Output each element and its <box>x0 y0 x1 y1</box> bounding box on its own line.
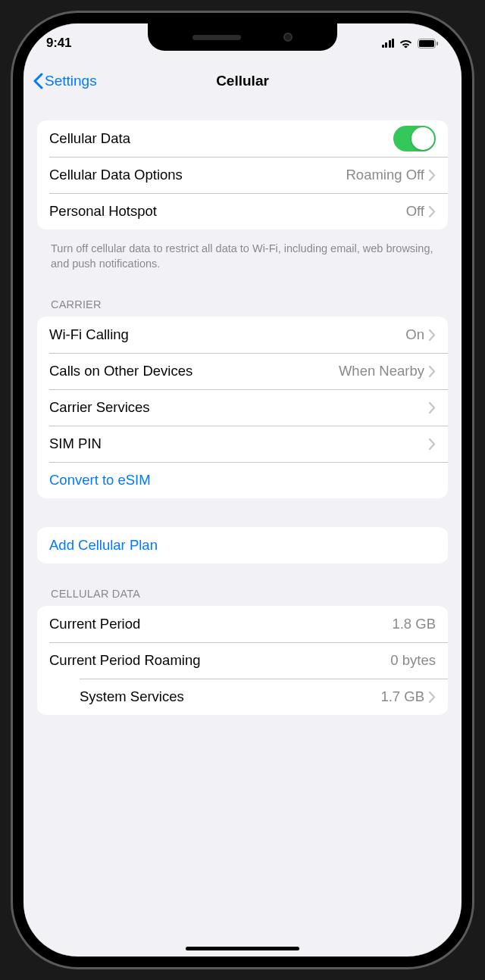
chevron-right-icon <box>429 329 436 341</box>
group-cellular: Cellular Data Cellular Data Options Roam… <box>37 120 448 229</box>
other-devices-label: Calls on Other Devices <box>49 363 339 379</box>
row-sim-pin[interactable]: SIM PIN <box>37 426 448 462</box>
row-cellular-data[interactable]: Cellular Data <box>37 120 448 157</box>
add-plan-label: Add Cellular Plan <box>49 537 436 554</box>
current-period-value: 1.8 GB <box>392 616 436 632</box>
options-label: Cellular Data Options <box>49 167 346 183</box>
roaming-value: 0 bytes <box>390 652 436 669</box>
device-frame: 9:41 Settings Cellular Cellular D <box>13 13 472 967</box>
row-system-services[interactable]: System Services 1.7 GB <box>37 679 448 715</box>
carrier-header: CARRIER <box>37 288 448 317</box>
roaming-label: Current Period Roaming <box>49 652 390 669</box>
hotspot-label: Personal Hotspot <box>49 203 406 220</box>
wifi-icon <box>399 38 413 48</box>
chevron-right-icon <box>429 439 436 450</box>
system-services-label: System Services <box>80 688 380 705</box>
chevron-right-icon <box>429 691 436 703</box>
group-usage: Current Period 1.8 GB Current Period Roa… <box>37 606 448 715</box>
page-title: Cellular <box>216 73 269 89</box>
sim-pin-label: SIM PIN <box>49 435 429 452</box>
carrier-services-label: Carrier Services <box>49 399 429 416</box>
chevron-right-icon <box>429 366 436 377</box>
group-carrier: Wi-Fi Calling On Calls on Other Devices … <box>37 317 448 498</box>
row-personal-hotspot[interactable]: Personal Hotspot Off <box>37 193 448 229</box>
system-services-value: 1.7 GB <box>380 688 424 705</box>
group-add-plan: Add Cellular Plan <box>37 527 448 563</box>
cellular-footer: Turn off cellular data to restrict all d… <box>37 236 448 288</box>
row-wifi-calling[interactable]: Wi-Fi Calling On <box>37 317 448 353</box>
notch <box>148 23 337 51</box>
cellular-data-toggle[interactable] <box>393 126 436 151</box>
row-carrier-services[interactable]: Carrier Services <box>37 389 448 426</box>
chevron-right-icon <box>429 170 436 181</box>
other-devices-detail: When Nearby <box>339 363 424 379</box>
screen: 9:41 Settings Cellular Cellular D <box>23 23 462 957</box>
row-add-cellular-plan[interactable]: Add Cellular Plan <box>37 527 448 563</box>
svg-rect-1 <box>419 40 434 47</box>
row-cellular-data-options[interactable]: Cellular Data Options Roaming Off <box>37 157 448 193</box>
home-indicator[interactable] <box>186 947 299 950</box>
back-label: Settings <box>45 73 97 89</box>
status-time: 9:41 <box>46 36 71 51</box>
svg-rect-2 <box>436 42 438 45</box>
convert-esim-label: Convert to eSIM <box>49 472 436 488</box>
row-calls-other-devices[interactable]: Calls on Other Devices When Nearby <box>37 353 448 389</box>
row-current-period: Current Period 1.8 GB <box>37 606 448 642</box>
row-convert-esim[interactable]: Convert to eSIM <box>37 462 448 498</box>
navbar: Settings Cellular <box>23 63 462 99</box>
chevron-left-icon <box>33 73 43 89</box>
usage-header: CELLULAR DATA <box>37 570 448 606</box>
hotspot-detail: Off <box>406 203 424 220</box>
battery-icon <box>418 39 439 48</box>
cellular-signal-icon <box>382 39 395 48</box>
current-period-label: Current Period <box>49 616 392 632</box>
back-button[interactable]: Settings <box>33 73 97 89</box>
content-scroll[interactable]: Cellular Data Cellular Data Options Roam… <box>23 99 462 957</box>
row-current-period-roaming: Current Period Roaming 0 bytes <box>37 642 448 679</box>
wifi-calling-label: Wi-Fi Calling <box>49 326 405 343</box>
cellular-data-label: Cellular Data <box>49 130 393 147</box>
chevron-right-icon <box>429 402 436 414</box>
options-detail: Roaming Off <box>346 167 424 183</box>
chevron-right-icon <box>429 206 436 217</box>
wifi-calling-detail: On <box>405 326 424 343</box>
